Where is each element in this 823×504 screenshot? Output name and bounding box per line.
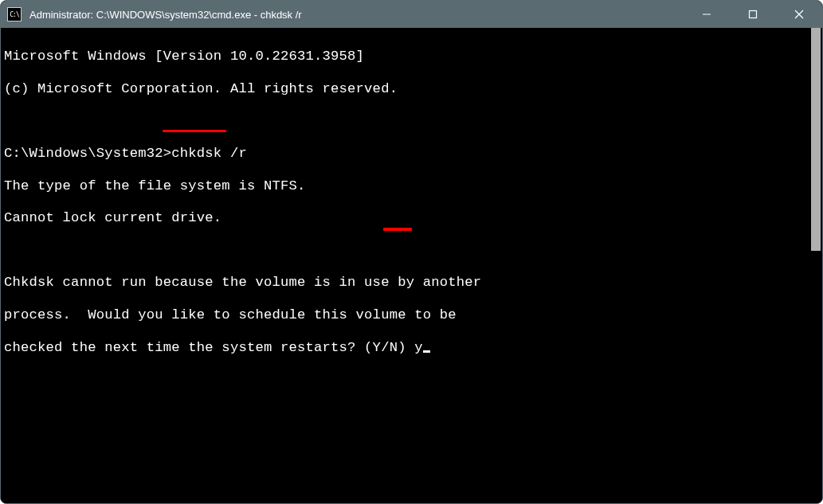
prompt-confirm-line: checked the next time the system restart… [4,340,806,356]
prompt-line: C:\Windows\System32>chkdsk /r [4,146,806,162]
text-cursor [423,350,430,353]
terminal-content[interactable]: Microsoft Windows [Version 10.0.22631.39… [1,28,809,503]
output-line: (c) Microsoft Corporation. All rights re… [4,81,806,97]
output-line: Microsoft Windows [Version 10.0.22631.39… [4,49,806,64]
scrollbar-thumb[interactable] [811,28,821,251]
cmd-icon: C:\ [7,7,22,21]
maximize-button[interactable] [730,1,776,28]
window-title: Administrator: C:\WINDOWS\system32\cmd.e… [29,9,684,21]
annotation-underline-response [383,228,412,231]
typed-command: chkdsk /r [171,146,247,161]
output-blank [4,113,806,129]
terminal-body: Microsoft Windows [Version 10.0.22631.39… [1,28,822,503]
output-line: process. Would you like to schedule this… [4,307,806,323]
close-button[interactable] [776,1,822,28]
prompt-path: C:\Windows\System32> [4,146,171,161]
svg-rect-1 [750,11,757,18]
titlebar[interactable]: C:\ Administrator: C:\WINDOWS\system32\c… [1,1,822,28]
maximize-icon [748,10,758,19]
minimize-icon [702,10,711,19]
output-line: Chkdsk cannot run because the volume is … [4,275,806,291]
cmd-window: C:\ Administrator: C:\WINDOWS\system32\c… [0,0,823,504]
confirm-prompt: checked the next time the system restart… [4,340,414,355]
output-blank [4,243,806,259]
minimize-button[interactable] [684,1,730,28]
window-controls [684,1,822,28]
output-line: Cannot lock current drive. [4,210,806,226]
vertical-scrollbar[interactable] [809,28,822,503]
user-response: y [414,340,423,355]
annotation-underline-command [163,130,226,132]
close-icon [794,10,804,19]
output-line: The type of the file system is NTFS. [4,178,806,194]
